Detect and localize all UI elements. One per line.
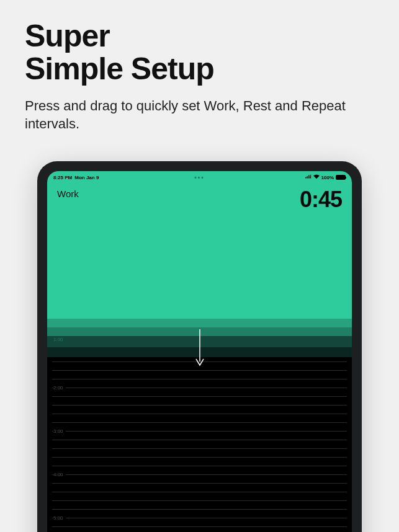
band-1 xyxy=(47,319,352,327)
ruler-tick xyxy=(47,375,352,383)
ruler-tick: 3:00 xyxy=(47,427,352,435)
ruler-major-label: 4:00 xyxy=(53,472,66,477)
status-bar: 8:25 PM Mon Jan 9 ••• 100% xyxy=(47,171,352,181)
ruler-tick xyxy=(47,505,352,513)
ruler-tick xyxy=(47,453,352,461)
work-interval-area[interactable]: 8:25 PM Mon Jan 9 ••• 100% Work 0: xyxy=(47,171,352,319)
title-line-2: Simple Setup xyxy=(25,51,214,86)
status-left: 8:25 PM Mon Jan 9 xyxy=(53,175,99,180)
ruler-tick xyxy=(47,522,352,531)
ruler-tick: 4:00 xyxy=(47,470,352,479)
signal-icon xyxy=(305,174,312,180)
promo-title: Super Simple Setup xyxy=(0,0,399,85)
ruler-major-label: 3:00 xyxy=(53,428,66,434)
ruler-tick xyxy=(47,479,352,487)
ruler-tick xyxy=(47,401,352,409)
ruler-tick xyxy=(47,444,352,453)
status-right: 100% xyxy=(305,174,346,180)
promo-subtitle: Press and drag to quickly set Work, Rest… xyxy=(0,85,399,133)
ruler-tick xyxy=(47,418,352,427)
tablet-device-frame: 8:25 PM Mon Jan 9 ••• 100% Work 0: xyxy=(37,161,362,532)
drag-down-arrow-icon xyxy=(195,329,205,366)
ruler-major-label: 5:00 xyxy=(53,515,66,521)
mode-label: Work xyxy=(57,188,79,199)
status-time: 8:25 PM xyxy=(53,175,72,180)
ruler-tick xyxy=(47,435,352,444)
ruler-tick xyxy=(47,409,352,418)
ruler-tick: 2:00 xyxy=(47,383,352,392)
tablet-screen: 8:25 PM Mon Jan 9 ••• 100% Work 0: xyxy=(47,171,352,532)
ruler-tick xyxy=(47,461,352,470)
ruler-tick-1-00: 1:00 xyxy=(53,337,63,342)
status-dots: ••• xyxy=(194,174,205,181)
ruler-tick xyxy=(47,496,352,505)
ruler-tick xyxy=(47,487,352,496)
battery-icon xyxy=(336,175,346,180)
time-ruler[interactable]: 2:003:004:005:00 xyxy=(47,357,352,532)
ruler-tick xyxy=(47,392,352,401)
timer-header: Work 0:45 xyxy=(47,181,352,211)
ruler-tick: 5:00 xyxy=(47,513,352,522)
battery-percent: 100% xyxy=(321,175,334,180)
title-line-1: Super xyxy=(25,19,110,53)
ruler-tick xyxy=(47,366,352,375)
time-display: 0:45 xyxy=(300,188,342,211)
wifi-icon xyxy=(313,174,320,180)
status-date: Mon Jan 9 xyxy=(74,175,99,180)
ruler-major-label: 2:00 xyxy=(53,385,66,391)
